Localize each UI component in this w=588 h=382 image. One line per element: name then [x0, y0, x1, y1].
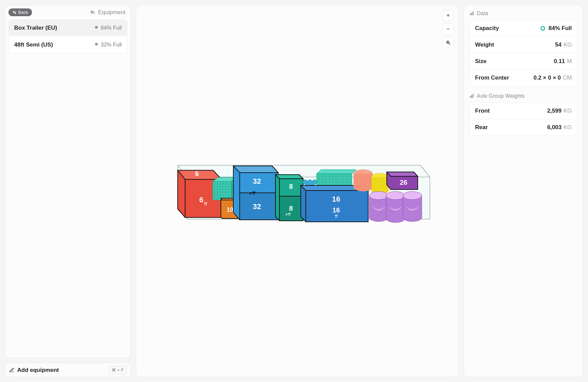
- scene-3d: 6 6 ⇈ 10: [164, 145, 431, 237]
- svg-text:16: 16: [332, 206, 340, 214]
- equipment-name: Box Trailer (EU): [14, 25, 57, 31]
- equipment-fill: 32% Full: [94, 42, 122, 48]
- zoom-fit-icon: [446, 40, 451, 45]
- axle-row-front: Front 2,599KG: [470, 103, 577, 119]
- svg-point-0: [91, 13, 92, 14]
- svg-text:8: 8: [289, 205, 293, 212]
- stack-icon: [94, 42, 99, 47]
- cargo-crates-center: [317, 170, 356, 187]
- viewport-3d[interactable]: + − 6: [136, 5, 459, 377]
- equipment-fill: 84% Full: [94, 25, 122, 31]
- cargo-box-26: 26: [387, 172, 418, 189]
- cargo-drum-salmon: [354, 170, 373, 191]
- svg-point-68: [369, 192, 388, 200]
- svg-rect-74: [470, 96, 471, 98]
- equipment-item-48ft-semi[interactable]: 48ft Semi (US) 32% Full: [9, 37, 127, 53]
- data-row-capacity: Capacity 84% Full: [470, 20, 577, 36]
- svg-text:26: 26: [400, 179, 407, 186]
- equipment-name: 48ft Semi (US): [14, 41, 53, 48]
- stack-icon: [94, 26, 99, 30]
- cargo-box-16: 16 16 ⇈: [301, 185, 368, 222]
- add-equipment-label: Add equipment: [17, 367, 59, 374]
- back-button[interactable]: Back: [8, 8, 32, 16]
- svg-text:8: 8: [289, 183, 293, 190]
- svg-text:32: 32: [253, 177, 261, 185]
- data-row-size: Size 0.11M: [470, 53, 577, 69]
- zoom-out-button[interactable]: −: [442, 23, 454, 35]
- svg-text:⇈: ⇈: [204, 201, 208, 207]
- data-section-title: Data: [469, 10, 578, 17]
- svg-point-1: [93, 13, 94, 14]
- axle-section-title: Axle Group Weights: [469, 93, 578, 99]
- equipment-header: Equipment: [90, 9, 125, 16]
- svg-rect-72: [471, 12, 472, 16]
- equipment-item-box-trailer[interactable]: Box Trailer (EU) 84% Full: [9, 20, 127, 36]
- edit-icon: [9, 368, 14, 373]
- svg-point-69: [386, 192, 405, 200]
- data-row-weight: Weight 54KG: [470, 36, 577, 53]
- svg-text:⇈: ⇈: [334, 214, 338, 219]
- svg-text:6: 6: [199, 196, 203, 204]
- zoom-in-button[interactable]: +: [442, 10, 454, 21]
- cargo-drum-yellow: [372, 173, 388, 194]
- cargo-box-8: 8 8 ≠⇈: [275, 175, 303, 221]
- back-label: Back: [18, 10, 28, 15]
- svg-rect-73: [473, 11, 473, 15]
- capacity-indicator-icon: [540, 26, 545, 31]
- back-arrow-icon: [12, 10, 17, 14]
- bar-chart-icon: [469, 94, 474, 98]
- cargo-drums-violet: [369, 192, 422, 223]
- cargo-box-32: 32 32 ≠⇈: [233, 166, 278, 220]
- svg-text:16: 16: [332, 195, 340, 203]
- add-equipment-bar[interactable]: Add equipment ⌘ + F: [5, 363, 131, 377]
- svg-line-5: [449, 43, 450, 45]
- svg-rect-71: [470, 13, 471, 15]
- add-equipment-shortcut: ⌘ + F: [109, 366, 127, 374]
- svg-text:≠⇈: ≠⇈: [249, 190, 256, 196]
- svg-text:32: 32: [253, 202, 261, 211]
- bar-chart-icon: [469, 11, 474, 16]
- svg-text:≠⇈: ≠⇈: [286, 212, 291, 217]
- zoom-fit-button[interactable]: [442, 37, 454, 48]
- svg-rect-75: [471, 95, 472, 98]
- axle-row-rear: Rear 6,003KG: [470, 119, 577, 136]
- svg-point-70: [403, 192, 422, 200]
- truck-icon: [90, 10, 95, 15]
- data-row-from-center: From Center 0.2 × 0 × 0CM: [470, 69, 577, 86]
- svg-rect-76: [473, 94, 473, 98]
